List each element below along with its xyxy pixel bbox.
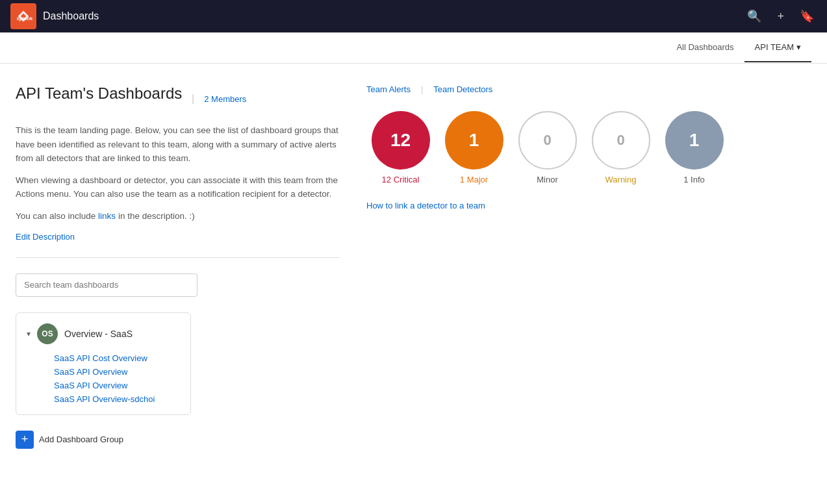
search-input[interactable] — [16, 273, 197, 297]
edit-description-link[interactable]: Edit Description — [16, 232, 75, 242]
add-icon[interactable]: + — [774, 7, 787, 26]
minor-circle: 0 — [518, 111, 577, 170]
description-links-link[interactable]: links — [98, 211, 116, 221]
tab-divider: | — [421, 84, 423, 95]
group-title: Overview - SaaS — [64, 329, 133, 339]
search-icon[interactable]: 🔍 — [744, 6, 764, 26]
warning-label: Warning — [605, 175, 637, 184]
group-header: ▾ OS Overview - SaaS — [27, 323, 180, 344]
warning-count: 0 — [617, 132, 624, 149]
dashboard-link-1[interactable]: SaaS API Cost Overview — [54, 353, 180, 363]
major-circle: 1 — [445, 111, 503, 170]
bookmark-icon[interactable]: 🔖 — [797, 6, 817, 26]
divider — [16, 257, 340, 258]
right-panel: Team Alerts | Team Detectors 12 12 Criti… — [366, 84, 811, 449]
title-row: API Team's Dashboards 2 Members — [16, 84, 340, 113]
sub-navigation: All Dashboards API TEAM ▾ — [0, 32, 827, 64]
dashboard-link-2[interactable]: SaaS API Overview — [54, 367, 180, 377]
major-count: 1 — [469, 130, 479, 151]
description-paragraph-1: This is the team landing page. Below, yo… — [16, 123, 340, 166]
left-panel: API Team's Dashboards 2 Members This is … — [16, 84, 340, 449]
dashboard-links-list: SaaS API Cost Overview SaaS API Overview… — [27, 353, 180, 404]
description-paragraph-2: When viewing a dashboard or detector, yo… — [16, 173, 340, 201]
critical-label: 12 Critical — [382, 175, 420, 184]
major-label: 1 Major — [460, 175, 488, 184]
add-dashboard-group-label: Add Dashboard Group — [39, 435, 123, 444]
group-avatar: OS — [37, 323, 58, 344]
dashboard-group-card: ▾ OS Overview - SaaS SaaS API Cost Overv… — [16, 312, 191, 415]
chevron-down-icon: ▾ — [796, 42, 801, 52]
major-alert-wrapper: 1 1 Major — [440, 111, 508, 184]
info-count: 1 — [689, 130, 700, 151]
api-team-dropdown[interactable]: API TEAM ▾ — [744, 33, 811, 62]
critical-circle: 12 — [372, 111, 430, 170]
add-dashboard-group-button[interactable]: + Add Dashboard Group — [16, 431, 123, 449]
logo-area[interactable]: splunk> Dashboards — [10, 3, 99, 29]
critical-alert-wrapper: 12 12 Critical — [366, 111, 435, 184]
page-title: API Team's Dashboards — [16, 84, 182, 103]
description-paragraph-3: You can also include links in the descri… — [16, 209, 340, 223]
warning-circle: 0 — [592, 111, 650, 170]
top-navigation: splunk> Dashboards 🔍 + 🔖 — [0, 0, 827, 32]
info-circle: 1 — [665, 111, 724, 170]
dashboard-link-3[interactable]: SaaS API Overview — [54, 381, 180, 390]
how-to-link-detector[interactable]: How to link a detector to a team — [366, 201, 485, 210]
all-dashboards-tab[interactable]: All Dashboards — [666, 33, 744, 62]
main-content: API Team's Dashboards 2 Members This is … — [0, 64, 827, 470]
minor-alert-wrapper: 0 Minor — [513, 111, 581, 184]
team-detectors-tab[interactable]: Team Detectors — [433, 84, 492, 95]
add-icon: + — [16, 431, 34, 449]
dashboard-link-4[interactable]: SaaS API Overview-sdchoi — [54, 394, 180, 404]
members-link[interactable]: 2 Members — [204, 94, 246, 104]
minor-label: Minor — [537, 175, 558, 184]
collapse-chevron-icon[interactable]: ▾ — [27, 329, 31, 338]
members-badge: 2 Members — [192, 94, 246, 104]
warning-alert-wrapper: 0 Warning — [587, 111, 655, 184]
minor-count: 0 — [543, 132, 551, 149]
team-alerts-tab[interactable]: Team Alerts — [366, 84, 411, 95]
splunk-logo: splunk> — [10, 3, 36, 29]
alert-circles: 12 12 Critical 1 1 Major 0 Minor 0 — [366, 111, 811, 184]
critical-count: 12 — [390, 130, 411, 151]
svg-text:splunk>: splunk> — [17, 16, 33, 21]
info-label: 1 Info — [683, 175, 705, 184]
info-alert-wrapper: 1 1 Info — [660, 111, 728, 184]
app-title: Dashboards — [43, 10, 99, 22]
team-tabs: Team Alerts | Team Detectors — [366, 84, 811, 95]
